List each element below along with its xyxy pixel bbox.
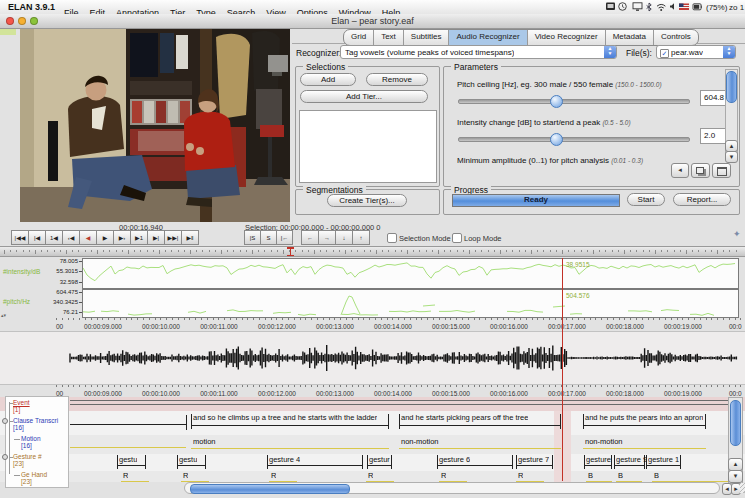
param-detach-button[interactable] xyxy=(712,163,731,178)
annotation-clause[interactable]: and so he climbs up a tree and he starts… xyxy=(191,413,389,431)
transport-btn-2-0[interactable]: ← xyxy=(301,230,319,245)
annotation-hand[interactable]: R xyxy=(518,471,523,480)
transport-btn-0-5[interactable]: ▶ xyxy=(96,230,114,245)
app-menu[interactable]: ELAN 3.9.1 xyxy=(8,2,55,12)
annotation-motion[interactable]: non-motion xyxy=(399,437,561,450)
recognizer-dropdown[interactable]: Tag vowels (volume peaks of voiced times… xyxy=(340,45,617,59)
transport-btn-1-1[interactable]: S xyxy=(260,230,277,245)
report-button[interactable]: Report... xyxy=(673,193,731,206)
annotation-motion[interactable]: non-motion xyxy=(583,437,706,450)
intensity-tier-label[interactable]: #intensity/dB xyxy=(3,268,40,275)
param-copy-button[interactable] xyxy=(691,163,710,178)
transport-btn-0-1[interactable]: |◀ xyxy=(28,230,46,245)
menu-clock[interactable]: zo 1 xyxy=(729,3,744,12)
scrollbar-thumb[interactable] xyxy=(726,71,737,103)
annotation-hand[interactable]: R xyxy=(368,471,373,480)
scroll-down-button[interactable]: ▾ xyxy=(725,151,738,163)
annotation-hand[interactable]: R xyxy=(271,471,276,480)
annotation-gesture[interactable]: gesture 7 xyxy=(516,455,553,470)
param-slider-track[interactable] xyxy=(458,137,690,142)
add-tier-button[interactable]: Add Tier... xyxy=(300,90,428,103)
annotation-gesture[interactable]: gesture 9 xyxy=(614,455,645,470)
annotation-gesture[interactable]: gestur xyxy=(367,455,392,470)
annotation-hand[interactable]: B xyxy=(654,471,659,480)
loop-mode-checkbox[interactable] xyxy=(452,233,462,243)
tab-subtitles[interactable]: Subtitles xyxy=(403,30,449,45)
annotation-gesture[interactable]: gestu xyxy=(177,455,206,470)
annotation-gesture[interactable]: gesture 6 xyxy=(437,455,513,470)
annotation-motion[interactable]: motion xyxy=(191,437,389,450)
transport-btn-1-0[interactable]: |S xyxy=(244,230,261,245)
tier-label-event[interactable]: Event xyxy=(13,399,30,406)
file-checkbox[interactable]: ✓ xyxy=(660,49,669,58)
bracket-line xyxy=(367,465,392,466)
tick xyxy=(160,318,161,320)
tier-expand-icon[interactable] xyxy=(2,454,8,460)
tier-label-motion[interactable]: Motion xyxy=(21,435,41,442)
pitch-tier-label[interactable]: #pitch/Hz xyxy=(3,298,30,305)
tab-controls[interactable]: Controls xyxy=(653,30,698,45)
annotation-event[interactable] xyxy=(70,404,738,405)
annotation-hand[interactable]: R xyxy=(441,471,446,480)
annotation-motion-partial[interactable] xyxy=(70,447,186,448)
tab-video-recognizer[interactable]: Video Recognizer xyxy=(527,30,605,45)
param-slider-thumb[interactable] xyxy=(550,133,563,146)
tier-label-gesture-[interactable]: Gesture # xyxy=(13,453,42,460)
annotation-hand[interactable]: R xyxy=(183,471,188,480)
tab-metadata[interactable]: Metadata xyxy=(605,30,653,45)
transport-btn-0-9[interactable]: ▶▶| xyxy=(164,230,182,245)
transport-btn-2-2[interactable]: ↓ xyxy=(335,230,353,245)
title-bar[interactable]: Elan – pear story.eaf xyxy=(0,14,745,29)
transport-btn-1-2[interactable]: |← xyxy=(276,230,293,245)
transport-btn-2-3[interactable]: ↑ xyxy=(352,230,370,245)
transport-btn-0-10[interactable]: ▶‖ xyxy=(181,230,199,245)
param-help-button[interactable]: ◂ xyxy=(671,163,689,178)
resize-grip-icon[interactable] xyxy=(740,483,745,493)
annotation-event[interactable] xyxy=(70,400,738,401)
overview-bar[interactable] xyxy=(0,246,745,257)
annotation-hand[interactable]: B xyxy=(588,471,593,480)
scroll-down-button[interactable]: ▾ xyxy=(728,470,743,483)
annotation-clause[interactable]: and he starts picking pears off the tree xyxy=(399,413,561,431)
annotation-hand[interactable]: R xyxy=(123,471,128,480)
tier-label-clause-transcri[interactable]: Clause Transcri xyxy=(13,417,58,424)
file-dropdown[interactable]: ✓ pear.wav ▲▼ xyxy=(656,45,736,59)
transport-btn-0-6[interactable]: ▶› xyxy=(113,230,131,245)
scrollbar-thumb[interactable] xyxy=(190,484,350,494)
annotation-clause-partial[interactable] xyxy=(70,424,186,425)
splitter-handle-icon[interactable]: ✦ xyxy=(733,229,741,239)
remove-button[interactable]: Remove xyxy=(366,73,428,86)
timeline-ruler[interactable]: 0000:00:09.00000:00:10.00000:00:11.00000… xyxy=(0,318,745,331)
transport-btn-2-1[interactable]: → xyxy=(318,230,336,245)
tab-grid[interactable]: Grid xyxy=(344,30,373,45)
selections-listbox[interactable] xyxy=(299,110,437,183)
transport-btn-0-8[interactable]: ▶| xyxy=(147,230,165,245)
transport-btn-0-0[interactable]: |◀◀ xyxy=(11,230,29,245)
tier-expand-icon[interactable] xyxy=(2,418,8,424)
annotation-hand[interactable]: B xyxy=(618,471,623,480)
param-slider-thumb[interactable] xyxy=(550,95,563,108)
tab-text[interactable]: Text xyxy=(373,30,403,45)
start-button[interactable]: Start xyxy=(627,193,665,206)
file-name: pear.wav xyxy=(671,48,703,57)
tick xyxy=(190,250,191,254)
tier-label-ge-hand[interactable]: Ge Hand xyxy=(21,471,47,478)
annotation-gesture[interactable]: gesture 4 xyxy=(267,455,363,470)
selection-mode-checkbox[interactable] xyxy=(387,233,397,243)
add-button[interactable]: Add xyxy=(300,73,356,86)
annotation-gesture[interactable]: gesture xyxy=(584,455,612,470)
create-tier-button[interactable]: Create Tier(s)... xyxy=(327,194,407,207)
dropdown-stepper-icon[interactable]: ▲▼ xyxy=(723,46,735,58)
transport-btn-0-2[interactable]: 1◀ xyxy=(45,230,63,245)
intensity-cursor-value: 38.9515 xyxy=(566,261,590,268)
transport-btn-0-3[interactable]: ‹◀ xyxy=(62,230,80,245)
scrollbar-thumb[interactable] xyxy=(730,400,741,446)
dropdown-stepper-icon[interactable]: ▲▼ xyxy=(604,46,616,58)
transport-btn-0-7[interactable]: ▶1 xyxy=(130,230,148,245)
tab-audio-recognizer[interactable]: Audio Recognizer xyxy=(448,30,526,45)
param-slider-track[interactable] xyxy=(458,99,690,104)
annotation-gesture[interactable]: gesture 1 xyxy=(646,455,681,470)
transport-btn-0-4[interactable]: ◀ xyxy=(79,230,97,245)
annotation-clause[interactable]: and he puts the pears into an apron xyxy=(583,413,706,431)
annotation-gesture[interactable]: gestu xyxy=(117,455,146,470)
